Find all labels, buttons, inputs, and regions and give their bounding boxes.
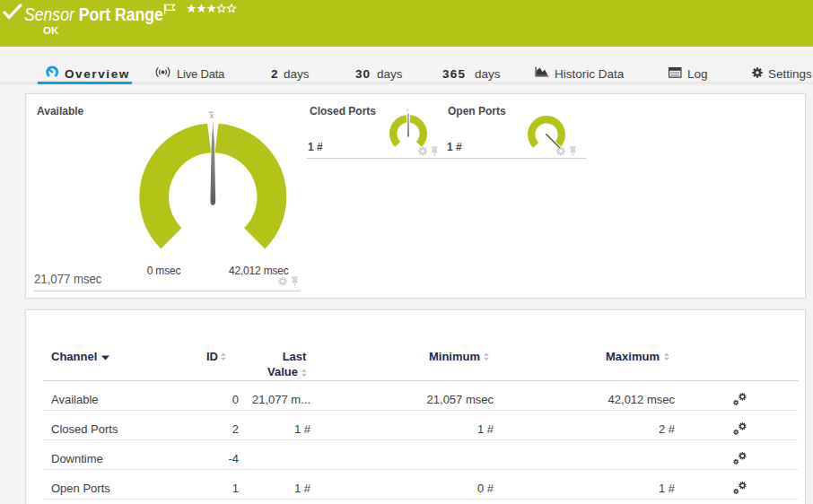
svg-text:x: x	[406, 107, 410, 113]
